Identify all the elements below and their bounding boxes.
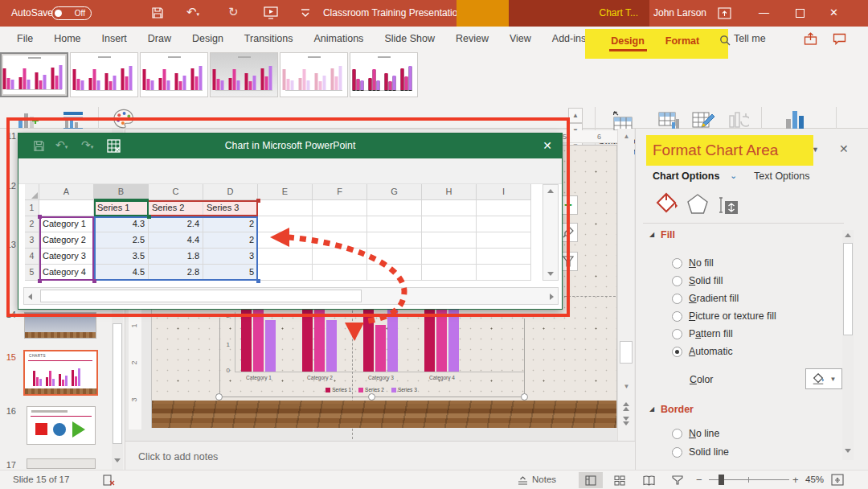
normal-view-button[interactable] xyxy=(579,472,603,488)
chart-style-thumbnail-1[interactable] xyxy=(0,52,68,97)
zoom-in-button[interactable]: + xyxy=(792,474,799,486)
scroll-up-arrow[interactable] xyxy=(547,189,554,193)
row-header-2[interactable]: 2 xyxy=(25,216,39,232)
cell-D4[interactable]: 3 xyxy=(203,249,258,265)
chart-style-thumbnail-2[interactable] xyxy=(70,52,138,97)
scrollbar-thumb[interactable] xyxy=(113,323,122,444)
comments-icon[interactable] xyxy=(833,33,846,45)
scroll-up-arrow[interactable]: ▲ xyxy=(618,133,635,140)
column-header-B[interactable]: B xyxy=(94,184,149,200)
fit-slide-to-window-icon[interactable] xyxy=(831,474,844,486)
cell-D3[interactable]: 2 xyxy=(203,232,258,249)
slideshow-view-button[interactable] xyxy=(665,472,690,488)
cell-I1[interactable] xyxy=(477,200,531,216)
range-handle[interactable] xyxy=(38,279,42,283)
cell-B5[interactable]: 4.5 xyxy=(94,265,149,281)
chevron-down-icon[interactable]: ⌄ xyxy=(730,171,737,181)
scrollbar-thumb[interactable] xyxy=(843,243,853,335)
cell-A4[interactable]: Category 3 xyxy=(39,249,94,265)
legend-item[interactable]: Series 3 xyxy=(391,387,417,392)
bar-series2-cat4[interactable] xyxy=(436,299,447,372)
cell-G5[interactable] xyxy=(367,265,422,281)
radio-option-solid-fill[interactable]: Solid fill xyxy=(672,273,723,288)
next-slide-button[interactable] xyxy=(623,417,629,425)
selection-handle-bottom-left[interactable] xyxy=(215,393,223,401)
cell-G3[interactable] xyxy=(367,232,422,249)
redo-button[interactable]: ↻ xyxy=(228,6,239,18)
cell-I4[interactable] xyxy=(477,249,531,265)
slide-area-scrollbar[interactable]: ▲ ▼ xyxy=(617,129,634,441)
save-icon[interactable] xyxy=(151,6,164,19)
column-header-H[interactable]: H xyxy=(422,184,477,200)
cell-F2[interactable] xyxy=(313,216,367,232)
radio-circle[interactable] xyxy=(672,347,682,357)
bar-series3-cat2[interactable] xyxy=(326,320,337,372)
slide-number-12[interactable]: 12 xyxy=(2,181,16,191)
tab-slide-show[interactable]: Slide Show xyxy=(374,27,445,52)
radio-option-picture-or-texture-fill[interactable]: Picture or texture fill xyxy=(672,309,776,323)
tab-file[interactable]: File xyxy=(6,27,43,52)
tab-chart-options[interactable]: Chart Options xyxy=(653,171,719,182)
fill-color-button[interactable]: ▼ xyxy=(805,368,842,389)
scroll-up-arrow[interactable] xyxy=(845,233,851,237)
fill-line-icon[interactable] xyxy=(654,191,678,219)
cell-D2[interactable]: 2 xyxy=(203,216,258,232)
slide-number-15[interactable]: 15 xyxy=(2,352,16,362)
tab-animations[interactable]: Animations xyxy=(304,27,375,52)
slide-number-17[interactable]: 17 xyxy=(2,460,16,470)
tell-me-box[interactable]: Tell me xyxy=(734,33,766,44)
radio-circle[interactable] xyxy=(672,329,682,339)
cell-C1[interactable]: Series 2 xyxy=(149,200,203,216)
column-header-A[interactable]: A xyxy=(39,184,94,200)
slide-number-11[interactable]: 11 xyxy=(2,131,16,141)
slide-number-16[interactable]: 16 xyxy=(2,406,16,416)
cell-F3[interactable] xyxy=(313,232,367,249)
size-properties-icon[interactable] xyxy=(719,195,739,219)
tab-text-options[interactable]: Text Options xyxy=(754,171,809,182)
chart-legend[interactable]: Series 1Series 2Series 3 xyxy=(283,387,460,392)
minimize-button[interactable]: — xyxy=(759,6,769,18)
column-header-D[interactable]: D xyxy=(203,184,258,200)
pane-close-icon[interactable]: ✕ xyxy=(839,142,849,155)
cell-A1[interactable] xyxy=(39,200,94,216)
notes-toggle-button[interactable]: Notes xyxy=(532,475,556,484)
slide-sorter-view-button[interactable] xyxy=(608,472,632,488)
cell-C3[interactable]: 4.4 xyxy=(149,232,203,249)
zoom-slider-thumb[interactable] xyxy=(719,475,724,485)
scroll-left-arrow[interactable] xyxy=(28,294,32,300)
notes-pane[interactable]: Click to add notes xyxy=(125,441,635,470)
column-header-C[interactable]: C xyxy=(149,184,203,200)
scrollbar-thumb[interactable] xyxy=(40,290,362,302)
cell-D5[interactable]: 5 xyxy=(203,265,258,281)
cell-A3[interactable]: Category 2 xyxy=(39,232,94,249)
slide-indicator[interactable]: Slide 15 of 17 xyxy=(13,475,69,484)
fill-collapse-triangle[interactable]: ◢ xyxy=(649,231,654,238)
row-header-5[interactable]: 5 xyxy=(25,265,39,281)
previous-slide-button[interactable] xyxy=(623,402,629,411)
cell-H5[interactable] xyxy=(422,265,477,281)
cell-C5[interactable]: 2.8 xyxy=(149,265,203,281)
row-header-1[interactable]: 1 xyxy=(25,200,39,216)
scrollbar-thumb[interactable] xyxy=(620,341,633,364)
reading-view-button[interactable] xyxy=(637,472,661,488)
cell-E3[interactable] xyxy=(258,232,313,249)
bar-series3-cat1[interactable] xyxy=(265,320,276,372)
zoom-out-button[interactable]: − xyxy=(696,474,702,486)
effects-icon[interactable] xyxy=(686,193,709,219)
slide-number-14[interactable]: 14 xyxy=(2,310,16,319)
pane-options-caret[interactable]: ▼ xyxy=(812,146,819,154)
scroll-down-arrow[interactable] xyxy=(114,458,121,462)
range-handle[interactable] xyxy=(256,199,260,203)
radio-circle[interactable] xyxy=(672,258,682,269)
horizontal-guide[interactable] xyxy=(564,296,616,297)
chart-style-thumbnail-5[interactable] xyxy=(280,52,348,97)
undo-button[interactable]: ↶▾ xyxy=(186,6,199,20)
cell-B3[interactable]: 2.5 xyxy=(94,232,149,249)
cell-G4[interactable] xyxy=(367,249,422,265)
cell-C2[interactable]: 2.4 xyxy=(149,216,203,232)
search-icon[interactable] xyxy=(719,35,731,46)
radio-option-pattern-fill[interactable]: Pattern fill xyxy=(672,327,733,341)
range-handle[interactable] xyxy=(38,215,42,219)
sheet-vertical-scrollbar[interactable] xyxy=(542,184,559,281)
scroll-down-arrow[interactable] xyxy=(845,449,851,453)
